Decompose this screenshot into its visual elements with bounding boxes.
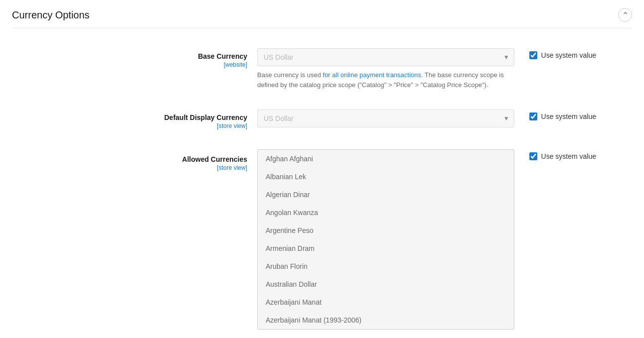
list-item[interactable]: Armenian Dram	[258, 239, 514, 257]
page-container: Currency Options ⌃ Base Currency [websit…	[0, 0, 644, 338]
default-display-currency-system-value-label: Use system value	[541, 113, 596, 120]
base-currency-scope: [website]	[48, 61, 247, 68]
allowed-currencies-label: Allowed Currencies	[48, 155, 247, 163]
list-item[interactable]: Azerbaijani Manat (1993-2006)	[258, 311, 514, 329]
list-item[interactable]: Albanian Lek	[258, 168, 514, 186]
base-currency-control-col: US Dollar ▼ Base currency is used for al…	[257, 48, 514, 90]
default-display-currency-label: Default Display Currency	[48, 113, 247, 121]
default-display-currency-system-value-wrapper: Use system value	[529, 113, 596, 120]
settings-form: Base Currency [website] US Dollar ▼ Base…	[48, 48, 596, 330]
allowed-currencies-listbox-container: Afghan AfghaniAlbanian LekAlgerian Dinar…	[257, 149, 514, 330]
default-display-currency-select[interactable]: US Dollar	[257, 110, 514, 127]
base-currency-select[interactable]: US Dollar	[257, 48, 514, 66]
page-header: Currency Options ⌃	[12, 8, 632, 28]
base-currency-actions: Use system value	[514, 48, 596, 59]
default-display-currency-select-wrapper: US Dollar ▼	[257, 110, 514, 127]
list-item[interactable]: Australian Dollar	[258, 275, 514, 293]
default-display-currency-label-col: Default Display Currency [store view]	[48, 110, 257, 129]
allowed-currencies-system-value-wrapper: Use system value	[529, 152, 596, 160]
list-item[interactable]: Afghan Afghani	[258, 150, 514, 168]
allowed-currencies-row: Allowed Currencies [store view] Afghan A…	[48, 149, 596, 330]
list-item[interactable]: Argentine Peso	[258, 222, 514, 239]
base-currency-row: Base Currency [website] US Dollar ▼ Base…	[48, 48, 596, 90]
default-display-currency-scope: [store view]	[48, 122, 247, 129]
default-display-currency-actions: Use system value	[514, 110, 596, 120]
allowed-currencies-listbox[interactable]: Afghan AfghaniAlbanian LekAlgerian Dinar…	[258, 150, 514, 329]
list-item[interactable]: Angolan Kwanza	[258, 204, 514, 222]
default-display-currency-control-col: US Dollar ▼	[257, 110, 514, 127]
page-title: Currency Options	[12, 9, 90, 21]
allowed-currencies-system-value-label: Use system value	[541, 152, 596, 160]
collapse-button[interactable]: ⌃	[618, 8, 632, 22]
allowed-currencies-actions: Use system value	[514, 149, 596, 160]
default-display-currency-row: Default Display Currency [store view] US…	[48, 110, 596, 129]
default-display-currency-system-value-checkbox[interactable]	[529, 113, 537, 120]
base-currency-label: Base Currency	[48, 52, 247, 60]
allowed-currencies-scope: [store view]	[48, 164, 247, 171]
allowed-currencies-control-col: Afghan AfghaniAlbanian LekAlgerian Dinar…	[257, 149, 514, 330]
base-currency-system-value-label: Use system value	[541, 51, 596, 59]
base-currency-system-value-checkbox[interactable]	[529, 51, 537, 59]
list-item[interactable]: Algerian Dinar	[258, 186, 514, 204]
base-currency-help: Base currency is used for all online pay…	[257, 70, 514, 90]
list-item[interactable]: Aruban Florin	[258, 257, 514, 275]
allowed-currencies-label-col: Allowed Currencies [store view]	[48, 149, 257, 171]
allowed-currencies-system-value-checkbox[interactable]	[529, 152, 537, 160]
list-item[interactable]: Azerbaijani Manat	[258, 293, 514, 311]
base-currency-select-wrapper: US Dollar ▼	[257, 48, 514, 66]
base-currency-system-value-wrapper: Use system value	[529, 51, 596, 59]
base-currency-label-col: Base Currency [website]	[48, 48, 257, 68]
